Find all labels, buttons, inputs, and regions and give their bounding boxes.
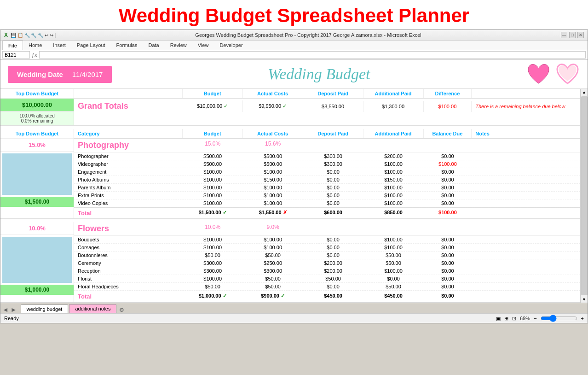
sheet-tab-wedding-budget[interactable]: wedding budget [21, 305, 69, 313]
flowers-actual-pct: 9.0% [243, 222, 303, 235]
top-down-budget-label: Top Down Budget [0, 89, 74, 99]
tab-developer[interactable]: Developer [214, 41, 248, 50]
ph-col-notes: Notes [472, 129, 580, 138]
col-header-additional: Additional Paid [363, 89, 424, 98]
minimize-button[interactable]: — [561, 32, 567, 38]
ph-col-budget: Budget [183, 129, 243, 138]
flowers-pct: 10.0% [0, 222, 74, 235]
sheet-nav-left[interactable]: ◄ [2, 306, 9, 313]
gt-difference: $100.00 [424, 101, 472, 112]
heart-outline-icon [555, 63, 580, 86]
table-row: Ceremony $300.00 $250.00 $200.00 $50.00 … [74, 259, 580, 267]
cell-reference[interactable]: B121 [2, 51, 30, 59]
scroll-down-button[interactable]: ▼ [581, 296, 587, 303]
zoom-in-icon[interactable]: + [581, 316, 584, 321]
view-break-icon[interactable]: ⊡ [512, 316, 516, 322]
flowers-sidebar: 10.0% $1,000.00 [0, 222, 74, 302]
table-row: Florist $100.00 $50.00 $50.00 $0.00 $0.0… [74, 275, 580, 283]
gt-deposit: $8,550.00 [303, 101, 363, 112]
vertical-scrollbar[interactable]: ▲ ▼ [580, 89, 588, 303]
col-header-empty [74, 89, 183, 98]
flowers-title-row: Flowers 10.0% 9.0% [74, 222, 580, 236]
allocation-info: 100.0% allocated 0.0% remaining [0, 111, 74, 125]
grand-totals-row: Grand Totals $10,000.00 ✓ $9,950.00 ✓ $8… [74, 99, 580, 114]
view-normal-icon[interactable]: ▣ [496, 316, 501, 322]
sheet-settings-icon[interactable]: ⚙ [119, 307, 124, 313]
restore-button[interactable]: □ [569, 32, 576, 38]
tab-view[interactable]: View [192, 41, 214, 50]
heart-pink-icon [526, 63, 551, 86]
window-title: Georges Wedding Budget Spreadsheet Pro -… [195, 32, 421, 38]
grand-totals-section: Top Down Budget $10,000.00 100.0% alloca… [0, 89, 580, 126]
scroll-thumb[interactable] [581, 96, 588, 295]
flowers-budget-total: $1,000.00 [0, 285, 74, 295]
table-row: Reception $300.00 $300.00 $200.00 $100.0… [74, 267, 580, 275]
tab-review[interactable]: Review [165, 41, 192, 50]
col-headers-row: Budget Actual Costs Deposit Paid Additio… [74, 89, 580, 99]
table-row: Corsages $100.00 $100.00 $0.00 $100.00 $… [74, 244, 580, 252]
formula-icon: ƒx [32, 52, 37, 58]
ribbon: File Home Insert Page Layout Formulas Da… [0, 41, 588, 50]
hearts-decoration [526, 63, 580, 86]
ph-col-deposit: Deposit Paid [303, 129, 363, 138]
photography-section: Top Down Budget 15.0% $1,500.00 Category… [0, 129, 580, 219]
photo-budget-total: $1,500.00 [0, 197, 74, 207]
photo-pct: 15.0% [0, 139, 74, 152]
zoom-slider[interactable] [541, 315, 577, 322]
tab-formulas[interactable]: Formulas [111, 41, 143, 50]
grand-totals-data: Budget Actual Costs Deposit Paid Additio… [74, 89, 580, 125]
tab-data[interactable]: Data [143, 41, 164, 50]
view-page-icon[interactable]: ⊞ [504, 316, 508, 322]
photo-total-row: Total $1,500.00 ✓ $1,550.00 ✗ $600.00 $8… [74, 207, 580, 218]
photo-name: Photography [74, 139, 183, 152]
grand-totals-sidebar: Top Down Budget $10,000.00 100.0% alloca… [0, 89, 74, 125]
table-row: Extra Prints $100.00 $100.00 $0.00 $100.… [74, 192, 580, 199]
tab-home[interactable]: Home [23, 41, 47, 50]
tab-page-layout[interactable]: Page Layout [71, 41, 111, 50]
table-row: Videographer $500.00 $500.00 $300.00 $10… [74, 160, 580, 168]
photo-bar-chart [2, 153, 72, 195]
ph-col-balance: Balance Due [424, 129, 472, 138]
formula-bar: B121 ƒx [0, 50, 588, 60]
wedding-date-label: Wedding Date [17, 70, 63, 78]
table-row: Floral Headpieces $50.00 $50.00 $0.00 $5… [74, 283, 580, 291]
flowers-name: Flowers [74, 222, 183, 235]
budget-title: Wedding Budget [112, 65, 526, 83]
col-header-notes [472, 89, 580, 98]
status-right: ▣ ⊞ ⊡ 69% − + [496, 315, 584, 322]
photo-sidebar-label: Top Down Budget [0, 129, 74, 139]
zoom-out-icon[interactable]: − [534, 316, 536, 321]
gt-additional: $1,300.00 [363, 101, 424, 112]
status-bar: Ready ▣ ⊞ ⊡ 69% − + [0, 313, 588, 323]
table-row: Video Copies $100.00 $100.00 $0.00 $100.… [74, 199, 580, 207]
photography-sidebar: Top Down Budget 15.0% $1,500.00 [0, 129, 74, 218]
photo-budget-pct: 15.0% [183, 139, 243, 152]
sheet-tabs: ◄ ► wedding budget additional notes ⚙ [0, 303, 588, 313]
table-row: Parents Album $100.00 $100.00 $0.00 $100… [74, 184, 580, 192]
sheet-nav-right[interactable]: ► [11, 306, 17, 313]
col-header-difference: Difference [424, 89, 472, 98]
photo-col-headers: Category Budget Actual Costs Deposit Pai… [74, 129, 580, 139]
flowers-data: Flowers 10.0% 9.0% Bouquets $100.00 $100… [74, 222, 580, 302]
photo-title-row: Photography 15.0% 15.6% [74, 139, 580, 152]
flowers-budget-pct: 10.0% [183, 222, 243, 235]
photography-data: Category Budget Actual Costs Deposit Pai… [74, 129, 580, 218]
formula-input[interactable] [39, 51, 586, 59]
date-badge: Wedding Date 11/4/2017 [8, 66, 112, 83]
tab-file[interactable]: File [2, 41, 23, 50]
tab-insert[interactable]: Insert [47, 41, 71, 50]
table-row: Boutonnieres $50.00 $50.00 $0.00 $50.00 … [74, 252, 580, 259]
spreadsheet-area: Wedding Date 11/4/2017 Wedding Budget [0, 60, 588, 323]
table-row: Engagement $100.00 $100.00 $0.00 $100.00… [74, 168, 580, 176]
flowers-total-row: Total $1,000.00 ✓ $900.00 ✓ $450.00 $450… [74, 291, 580, 302]
grand-totals-label: Grand Totals [74, 99, 183, 114]
flowers-section: 10.0% $1,000.00 Flowers 10.0% 9.0% [0, 222, 580, 303]
close-button[interactable]: ✕ [577, 32, 584, 38]
table-row: Bouquets $100.00 $100.00 $0.00 $100.00 $… [74, 236, 580, 244]
sheet-tab-additional-notes[interactable]: additional notes [69, 304, 116, 313]
page-title: Wedding Budget Spreadsheet Planner [0, 0, 588, 29]
ph-col-actual: Actual Costs [243, 129, 303, 138]
zoom-level: 69% [520, 316, 530, 321]
wedding-date-value: 11/4/2017 [72, 70, 103, 78]
scroll-up-button[interactable]: ▲ [581, 89, 587, 95]
